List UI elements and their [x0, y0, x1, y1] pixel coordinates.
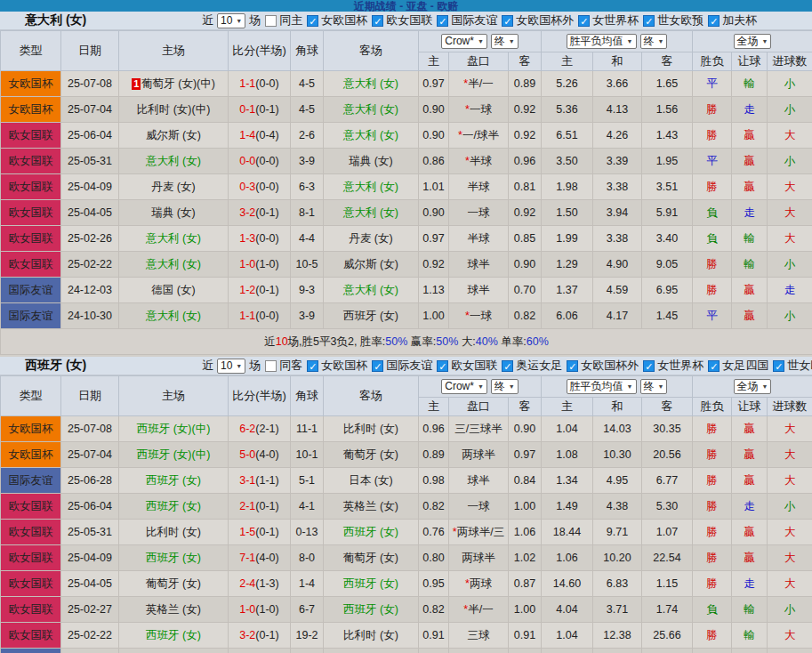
away-team-name: 丹麦 (女)	[349, 232, 392, 245]
handicap-final-select[interactable]: 终▼	[491, 379, 519, 394]
home-team: 西班牙 (女)	[119, 623, 229, 649]
away-team: 比利时 (女)	[324, 623, 419, 649]
column-away: 客场	[324, 31, 419, 71]
odds-average-select[interactable]: 胜平负均值▼	[567, 379, 637, 394]
home-team-name: 德国 (女)	[151, 284, 195, 296]
odds-dropdown-group: 胜平负均值▼终▼	[542, 31, 693, 52]
halftime-score: (0-1)	[255, 206, 278, 219]
goals-result-cell: 小	[768, 597, 812, 623]
league-filter-checkbox[interactable]: ✓	[567, 360, 578, 372]
bookmaker-select[interactable]: Crow*▼	[441, 34, 487, 49]
recent-count-select[interactable]: 10▼	[217, 359, 245, 374]
result-cell: 平	[693, 303, 732, 329]
halftime-score: (1-0)	[255, 258, 278, 270]
match-date: 25-05-31	[61, 520, 119, 545]
handicap-result-cell: 贏	[732, 123, 768, 149]
result-cell: 勝	[693, 520, 732, 545]
home-team-name: 丹麦 (女)	[151, 181, 195, 193]
handicap-final-select[interactable]: 终▼	[491, 34, 519, 49]
odds-final-select[interactable]: 终▼	[640, 34, 668, 49]
halftime-score: (1-3)	[255, 577, 278, 590]
league-filter-checkbox[interactable]: ✓	[372, 360, 383, 372]
league-filter-checkbox[interactable]: ✓	[372, 15, 383, 27]
odds-away: 1.74	[642, 597, 693, 623]
fulltime-dropdown-group: 全场▼	[693, 31, 812, 52]
table-row: 欧女国联25-04-05瑞典 (女)3-2(0-1)8-1意大利 (女)0.90…	[1, 200, 812, 226]
home-team: 意大利 (女)	[119, 226, 229, 252]
home-team-name: 西班牙 (女)	[146, 474, 201, 487]
ah-line: *半/一	[449, 597, 509, 623]
league-filter-checkbox[interactable]: ✓	[708, 360, 720, 372]
result-cell: 勝	[693, 123, 732, 149]
odds-final-select[interactable]: 终▼	[640, 379, 668, 394]
fulltime-score: 0-3	[239, 181, 255, 193]
odds-final-select-value: 终	[644, 34, 655, 49]
odds-average-select[interactable]: 胜平负均值▼	[567, 34, 637, 49]
column-date: 日期	[61, 31, 119, 71]
league-filter-checkbox[interactable]: ✓	[578, 15, 590, 27]
match-date: 25-04-09	[61, 174, 119, 200]
fulltime-score: 1-0	[239, 258, 255, 270]
same-venue-checkbox[interactable]	[265, 15, 277, 27]
home-team-name: 比利时 (女)	[146, 526, 201, 538]
league-filter-label: 奥运女足	[516, 358, 562, 374]
fulltime-select[interactable]: 全场▼	[734, 34, 772, 49]
away-team: 比利时 (女)	[324, 416, 419, 442]
odds-draw: 10.20	[593, 545, 642, 571]
league-filter-checkbox[interactable]: ✓	[307, 15, 318, 27]
ah-line-text: 三/三球半	[454, 423, 502, 435]
section-spain: 西班牙 (女) 近10▼场同客✓女欧国杯✓国际友谊✓欧女国联✓奥运女足✓女欧国杯…	[0, 357, 812, 653]
ah-line-text: 一球	[470, 103, 492, 116]
match-date: 25-02-22	[61, 623, 119, 649]
recent-count-select[interactable]: 10▼	[217, 13, 245, 28]
league-filter-checkbox[interactable]: ✓	[708, 15, 720, 27]
halftime-score: (0-0)	[255, 77, 278, 90]
bookmaker-select[interactable]: Crow*▼	[441, 379, 487, 394]
league-filter-checkbox[interactable]: ✓	[437, 15, 448, 27]
ah-away-odds: 0.85	[509, 226, 542, 252]
column-handicap-result: 让球	[732, 398, 768, 416]
ah-home-odds: 1.00	[419, 303, 449, 329]
games-label: 场	[249, 358, 261, 374]
odds-away: 1.43	[642, 123, 693, 149]
odds-home: 1.06	[542, 545, 593, 571]
league-filter-checkbox[interactable]: ✓	[643, 360, 655, 372]
home-team: 比利时 (女)(中)	[119, 97, 229, 123]
league-filter-checkbox[interactable]: ✓	[437, 360, 448, 372]
fulltime-score: 1-1	[239, 310, 255, 322]
league-filter-checkbox[interactable]: ✓	[502, 15, 513, 27]
ah-line-text: 半/一	[468, 77, 493, 90]
same-venue-checkbox[interactable]	[265, 360, 277, 372]
summary-part: 60%	[527, 335, 549, 348]
match-score: 0-1(0-1)	[229, 97, 291, 123]
ah-away-odds: 0.92	[509, 123, 542, 149]
league-filter-checkbox[interactable]: ✓	[643, 15, 655, 27]
summary-part: 10	[276, 335, 288, 348]
odds-final-select-value: 终	[644, 379, 655, 394]
match-score: 0-3(0-0)	[229, 174, 291, 200]
ah-line: 球半	[449, 252, 509, 278]
handicap-dropdown-group: Crow*▼终▼	[419, 376, 542, 398]
top-nav-text[interactable]: 近期战绩 - 亚盘 - 欧赔	[354, 0, 458, 12]
fulltime-select[interactable]: 全场▼	[734, 379, 772, 394]
league-filter-checkbox[interactable]: ✓	[502, 360, 513, 372]
table-row: 欧女国联25-04-09西班牙 (女)7-1(4-0)8-0葡萄牙 (女)0.8…	[1, 545, 812, 571]
league-filter-checkbox[interactable]: ✓	[773, 360, 784, 372]
odds-away: 20.56	[642, 442, 693, 468]
away-team: 日本 (女)	[324, 468, 419, 494]
odds-home: 1.04	[542, 416, 593, 442]
summary-part: 近	[264, 335, 276, 348]
league-filter-label: 世女欧预	[657, 12, 703, 28]
odds-away: 30.35	[642, 416, 693, 442]
away-team: 威尔斯 (女)	[324, 252, 419, 278]
chevron-down-icon: ▼	[762, 383, 768, 390]
section-header-spain: 西班牙 (女) 近10▼场同客✓女欧国杯✓国际友谊✓欧女国联✓奥运女足✓女欧国杯…	[0, 357, 812, 375]
goals-result-cell: 大	[768, 226, 812, 252]
corner-score: 6-7	[291, 597, 324, 623]
halftime-score: (1-1)	[255, 474, 278, 487]
odds-draw: 4.17	[593, 303, 642, 329]
ah-line: 球半	[449, 278, 509, 303]
match-type-badge: 女欧国杯	[1, 97, 61, 123]
league-filter-checkbox[interactable]: ✓	[307, 360, 318, 372]
match-type-badge: 欧女国联	[1, 623, 61, 649]
